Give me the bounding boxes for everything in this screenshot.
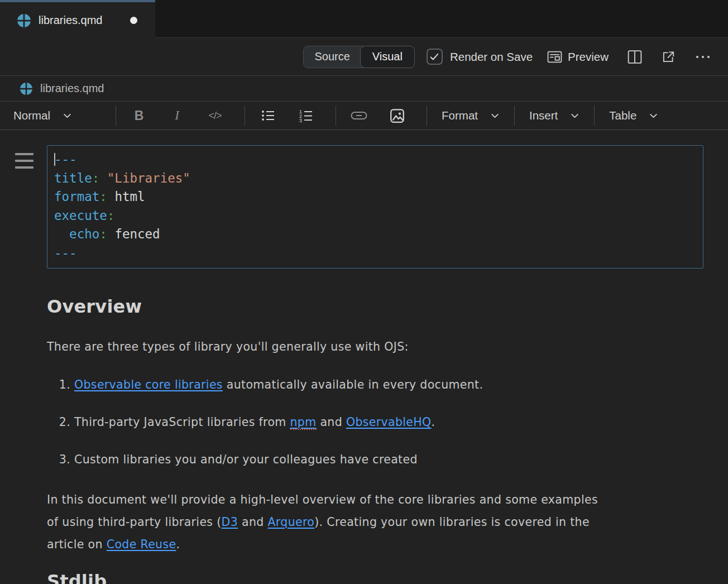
image-icon	[390, 108, 405, 123]
text-run: of using third-party libraries (	[47, 515, 222, 529]
render-on-save-checkbox[interactable]	[427, 49, 443, 65]
text-run: and	[317, 415, 346, 429]
hamburger-icon	[15, 166, 33, 169]
toolbar-separator	[116, 106, 116, 126]
inline-code-button[interactable]: </>	[207, 110, 223, 122]
quarto-icon	[17, 13, 31, 28]
table-menu-label: Table	[609, 109, 636, 122]
open-external-button[interactable]	[661, 50, 676, 64]
numbered-list-icon: 1 2 3	[298, 108, 314, 123]
preview-label: Preview	[568, 50, 609, 64]
open-external-icon	[661, 50, 676, 64]
code-line[interactable]: ---	[54, 150, 696, 169]
render-on-save-group: Render on Save	[427, 49, 533, 65]
text-run: .	[176, 538, 180, 551]
list-item-number: 2.	[47, 414, 74, 430]
ordered-list-item: 1.Observable core libraries automaticall…	[47, 376, 703, 393]
text-run: ). Creating your own libraries is covere…	[314, 515, 590, 529]
table-menu[interactable]: Table	[609, 109, 658, 122]
italic-button[interactable]: I	[169, 108, 185, 123]
chevron-down-icon	[570, 111, 579, 121]
list-item-text: Third-party JavaScript libraries from np…	[74, 414, 435, 430]
list-item-text: Custom libraries you and/or your colleag…	[74, 451, 418, 468]
closing-paragraph: In this document we'll provide a high-le…	[47, 489, 703, 556]
paragraph-style-value: Normal	[13, 109, 50, 122]
intro-paragraph: There are three types of library you'll …	[47, 338, 703, 355]
format-menu-label: Format	[442, 109, 478, 122]
insert-link-button[interactable]	[351, 110, 367, 121]
preview-button[interactable]: Preview	[547, 50, 609, 64]
block-menu-handle[interactable]	[15, 153, 33, 169]
toolbar-separator	[514, 106, 515, 126]
text-run: In this document we'll provide a high-le…	[47, 493, 598, 506]
source-visual-toggle: Source Visual	[303, 46, 415, 68]
visual-editor-canvas[interactable]: ---title: "Libraries"format: htmlexecute…	[0, 130, 728, 584]
checkmark-icon	[429, 52, 439, 62]
paragraph-line: article on Code Reuse.	[47, 533, 703, 556]
link-code-reuse[interactable]: Code Reuse	[107, 538, 176, 551]
toolbar-separator	[427, 106, 427, 126]
paragraph-line: In this document we'll provide a high-le…	[47, 489, 703, 511]
more-actions-button[interactable]	[695, 50, 711, 64]
svg-text:3: 3	[299, 118, 302, 123]
hamburger-icon	[15, 160, 33, 162]
source-mode-button[interactable]: Source	[304, 46, 360, 68]
breadcrumb: libraries.qmd	[0, 75, 728, 101]
quarto-icon	[20, 82, 33, 95]
breadcrumb-file-name[interactable]: libraries.qmd	[40, 82, 104, 95]
toolbar-separator	[336, 106, 336, 126]
bulleted-list-button[interactable]	[260, 108, 276, 123]
text-run: article on	[47, 538, 107, 551]
ordered-list-item: 2.Third-party JavaScript libraries from …	[47, 414, 703, 430]
chevron-down-icon	[63, 111, 72, 121]
chevron-down-icon	[649, 111, 658, 121]
insert-image-button[interactable]	[389, 108, 405, 123]
insert-menu[interactable]: Insert	[529, 109, 579, 122]
code-line[interactable]: title: "Libraries"	[54, 169, 696, 188]
toolbar-separator	[245, 106, 245, 126]
link-npm[interactable]: npm	[290, 415, 317, 430]
chevron-down-icon	[490, 111, 500, 121]
hamburger-icon	[15, 153, 33, 155]
editor-actions-bar: Source Visual Render on Save Preview	[0, 38, 728, 75]
preview-icon	[547, 50, 562, 64]
heading-overview: Overview	[47, 296, 703, 317]
text-run: Custom libraries you and/or your colleag…	[74, 453, 418, 466]
ellipsis-icon	[695, 50, 711, 64]
split-editor-button[interactable]	[628, 50, 642, 64]
editor-tab-libraries-qmd[interactable]: libraries.qmd	[0, 0, 155, 39]
list-item-number: 3.	[47, 451, 74, 468]
numbered-list-button[interactable]: 1 2 3	[298, 108, 314, 123]
yaml-front-matter-block[interactable]: ---title: "Libraries"format: htmlexecute…	[47, 145, 703, 269]
link-observable-core-libraries[interactable]: Observable core libraries	[74, 378, 223, 391]
ordered-list-item: 3.Custom libraries you and/or your colle…	[47, 451, 703, 468]
list-item-number: 1.	[47, 376, 74, 393]
toolbar-separator	[594, 106, 595, 126]
code-line[interactable]: execute:	[54, 207, 696, 226]
render-on-save-label: Render on Save	[450, 50, 533, 64]
link-arquero[interactable]: Arquero	[267, 515, 314, 529]
vscode-window: libraries.qmd Source Visual Render on Sa…	[0, 0, 728, 584]
unsaved-changes-indicator[interactable]	[130, 17, 137, 24]
code-line[interactable]: format: html	[54, 188, 696, 207]
library-types-list: 1.Observable core libraries automaticall…	[47, 376, 703, 468]
link-observablehq[interactable]: ObservableHQ	[346, 415, 432, 429]
split-editor-icon	[628, 50, 642, 64]
list-item-text: Observable core libraries automatically …	[74, 376, 483, 393]
code-line[interactable]: ---	[54, 244, 696, 263]
visual-mode-button[interactable]: Visual	[360, 46, 415, 68]
text-run: .	[432, 415, 435, 429]
tab-bar: libraries.qmd	[0, 0, 728, 38]
bulleted-list-icon	[260, 108, 276, 123]
text-run: automatically available in every documen…	[223, 378, 483, 391]
link-d3[interactable]: D3	[222, 515, 238, 529]
bold-button[interactable]: B	[131, 108, 147, 123]
paragraph-style-dropdown[interactable]: Normal	[13, 109, 72, 122]
format-menu[interactable]: Format	[442, 109, 500, 122]
tab-title: libraries.qmd	[39, 14, 102, 27]
code-line[interactable]: echo: fenced	[54, 225, 696, 244]
format-toolbar: Normal B I </> 1 2 3	[0, 101, 728, 130]
link-icon	[351, 110, 367, 121]
text-run: Third-party JavaScript libraries from	[74, 415, 290, 429]
paragraph-line: of using third-party libraries (D3 and A…	[47, 511, 703, 533]
